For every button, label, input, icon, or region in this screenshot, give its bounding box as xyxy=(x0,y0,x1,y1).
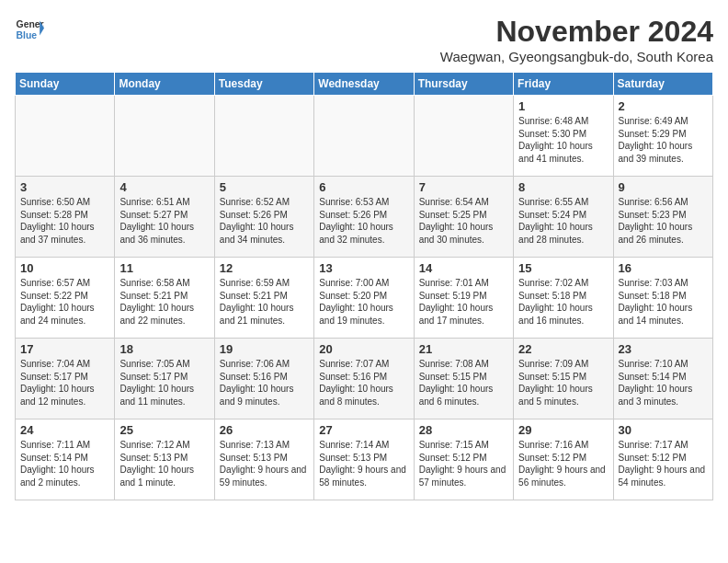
weekday-header-friday: Friday xyxy=(514,73,613,96)
day-info: Sunrise: 7:01 AM Sunset: 5:19 PM Dayligh… xyxy=(419,277,508,327)
calendar-cell: 1Sunrise: 6:48 AM Sunset: 5:30 PM Daylig… xyxy=(514,96,613,177)
day-info: Sunrise: 6:56 AM Sunset: 5:23 PM Dayligh… xyxy=(619,196,708,246)
calendar-cell xyxy=(214,96,313,177)
day-number: 23 xyxy=(619,342,708,356)
calendar-cell: 13Sunrise: 7:00 AM Sunset: 5:20 PM Dayli… xyxy=(314,258,414,339)
calendar-week-2: 3Sunrise: 6:50 AM Sunset: 5:28 PM Daylig… xyxy=(16,177,713,258)
day-info: Sunrise: 7:03 AM Sunset: 5:18 PM Dayligh… xyxy=(619,277,708,327)
day-info: Sunrise: 7:04 AM Sunset: 5:17 PM Dayligh… xyxy=(20,358,109,408)
day-number: 15 xyxy=(518,261,608,275)
day-info: Sunrise: 7:10 AM Sunset: 5:14 PM Dayligh… xyxy=(619,358,708,408)
day-number: 26 xyxy=(220,423,309,437)
calendar-cell: 24Sunrise: 7:11 AM Sunset: 5:14 PM Dayli… xyxy=(16,419,115,500)
day-number: 12 xyxy=(220,261,309,275)
calendar-cell xyxy=(115,96,214,177)
day-info: Sunrise: 7:11 AM Sunset: 5:14 PM Dayligh… xyxy=(20,439,109,488)
day-info: Sunrise: 6:58 AM Sunset: 5:21 PM Dayligh… xyxy=(119,277,209,327)
day-number: 6 xyxy=(319,180,408,194)
day-info: Sunrise: 6:59 AM Sunset: 5:21 PM Dayligh… xyxy=(220,277,309,327)
day-info: Sunrise: 6:54 AM Sunset: 5:25 PM Dayligh… xyxy=(419,196,508,246)
calendar-cell: 29Sunrise: 7:16 AM Sunset: 5:12 PM Dayli… xyxy=(514,419,613,500)
day-number: 22 xyxy=(518,342,608,356)
calendar-cell: 18Sunrise: 7:05 AM Sunset: 5:17 PM Dayli… xyxy=(115,339,214,419)
day-info: Sunrise: 7:13 AM Sunset: 5:13 PM Dayligh… xyxy=(220,439,309,488)
day-info: Sunrise: 6:57 AM Sunset: 5:22 PM Dayligh… xyxy=(20,277,109,327)
day-number: 27 xyxy=(319,423,408,437)
calendar-cell: 21Sunrise: 7:08 AM Sunset: 5:15 PM Dayli… xyxy=(414,339,513,419)
weekday-header-tuesday: Tuesday xyxy=(214,73,313,96)
calendar-cell: 7Sunrise: 6:54 AM Sunset: 5:25 PM Daylig… xyxy=(414,177,513,258)
calendar-cell: 30Sunrise: 7:17 AM Sunset: 5:12 PM Dayli… xyxy=(613,419,712,500)
day-number: 13 xyxy=(319,261,408,275)
weekday-header-sunday: Sunday xyxy=(16,73,115,96)
calendar-cell xyxy=(414,96,513,177)
calendar-cell: 3Sunrise: 6:50 AM Sunset: 5:28 PM Daylig… xyxy=(16,177,115,258)
calendar-cell: 19Sunrise: 7:06 AM Sunset: 5:16 PM Dayli… xyxy=(214,339,313,419)
day-info: Sunrise: 6:48 AM Sunset: 5:30 PM Dayligh… xyxy=(518,115,608,165)
calendar-cell: 6Sunrise: 6:53 AM Sunset: 5:26 PM Daylig… xyxy=(314,177,414,258)
day-number: 1 xyxy=(518,99,608,113)
day-number: 7 xyxy=(419,180,508,194)
day-info: Sunrise: 6:51 AM Sunset: 5:27 PM Dayligh… xyxy=(119,196,209,246)
day-number: 20 xyxy=(319,342,408,356)
logo-icon: General Blue xyxy=(15,15,44,44)
day-info: Sunrise: 6:53 AM Sunset: 5:26 PM Dayligh… xyxy=(319,196,408,246)
day-info: Sunrise: 6:55 AM Sunset: 5:24 PM Dayligh… xyxy=(518,196,608,246)
day-info: Sunrise: 7:06 AM Sunset: 5:16 PM Dayligh… xyxy=(220,358,309,408)
day-number: 25 xyxy=(119,423,209,437)
calendar-cell: 25Sunrise: 7:12 AM Sunset: 5:13 PM Dayli… xyxy=(115,419,214,500)
day-number: 2 xyxy=(619,99,708,113)
day-number: 8 xyxy=(518,180,608,194)
day-number: 24 xyxy=(20,423,109,437)
calendar-cell: 5Sunrise: 6:52 AM Sunset: 5:26 PM Daylig… xyxy=(214,177,313,258)
calendar-cell: 17Sunrise: 7:04 AM Sunset: 5:17 PM Dayli… xyxy=(16,339,115,419)
calendar-cell: 27Sunrise: 7:14 AM Sunset: 5:13 PM Dayli… xyxy=(314,419,414,500)
calendar-cell: 8Sunrise: 6:55 AM Sunset: 5:24 PM Daylig… xyxy=(514,177,613,258)
calendar-cell: 11Sunrise: 6:58 AM Sunset: 5:21 PM Dayli… xyxy=(115,258,214,339)
day-number: 17 xyxy=(20,342,109,356)
calendar-cell: 22Sunrise: 7:09 AM Sunset: 5:15 PM Dayli… xyxy=(514,339,613,419)
day-number: 30 xyxy=(619,423,708,437)
day-info: Sunrise: 7:17 AM Sunset: 5:12 PM Dayligh… xyxy=(619,439,708,488)
calendar-cell: 16Sunrise: 7:03 AM Sunset: 5:18 PM Dayli… xyxy=(613,258,712,339)
day-info: Sunrise: 7:07 AM Sunset: 5:16 PM Dayligh… xyxy=(319,358,408,408)
weekday-header-saturday: Saturday xyxy=(613,73,712,96)
calendar-cell xyxy=(16,96,115,177)
weekday-header-wednesday: Wednesday xyxy=(314,73,414,96)
day-info: Sunrise: 7:00 AM Sunset: 5:20 PM Dayligh… xyxy=(319,277,408,327)
day-info: Sunrise: 7:16 AM Sunset: 5:12 PM Dayligh… xyxy=(518,439,608,488)
day-number: 28 xyxy=(419,423,508,437)
day-number: 19 xyxy=(220,342,309,356)
day-number: 9 xyxy=(619,180,708,194)
day-info: Sunrise: 6:49 AM Sunset: 5:29 PM Dayligh… xyxy=(619,115,708,165)
weekday-header-thursday: Thursday xyxy=(414,73,513,96)
calendar-week-1: 1Sunrise: 6:48 AM Sunset: 5:30 PM Daylig… xyxy=(16,96,713,177)
calendar-table: SundayMondayTuesdayWednesdayThursdayFrid… xyxy=(15,72,713,500)
calendar-week-4: 17Sunrise: 7:04 AM Sunset: 5:17 PM Dayli… xyxy=(16,339,713,419)
day-info: Sunrise: 7:12 AM Sunset: 5:13 PM Dayligh… xyxy=(119,439,209,488)
logo: General Blue xyxy=(15,15,44,44)
day-number: 11 xyxy=(119,261,209,275)
day-number: 5 xyxy=(220,180,309,194)
weekday-header-monday: Monday xyxy=(115,73,214,96)
day-info: Sunrise: 7:14 AM Sunset: 5:13 PM Dayligh… xyxy=(319,439,408,488)
calendar-cell: 4Sunrise: 6:51 AM Sunset: 5:27 PM Daylig… xyxy=(115,177,214,258)
day-number: 29 xyxy=(518,423,608,437)
day-number: 10 xyxy=(20,261,109,275)
page-header: General Blue November 2024 Waegwan, Gyeo… xyxy=(15,15,713,64)
day-info: Sunrise: 6:50 AM Sunset: 5:28 PM Dayligh… xyxy=(20,196,109,246)
calendar-cell: 9Sunrise: 6:56 AM Sunset: 5:23 PM Daylig… xyxy=(613,177,712,258)
calendar-week-3: 10Sunrise: 6:57 AM Sunset: 5:22 PM Dayli… xyxy=(16,258,713,339)
calendar-cell: 23Sunrise: 7:10 AM Sunset: 5:14 PM Dayli… xyxy=(613,339,712,419)
calendar-cell: 2Sunrise: 6:49 AM Sunset: 5:29 PM Daylig… xyxy=(613,96,712,177)
day-number: 18 xyxy=(119,342,209,356)
day-number: 4 xyxy=(119,180,209,194)
day-info: Sunrise: 7:15 AM Sunset: 5:12 PM Dayligh… xyxy=(419,439,508,488)
day-number: 21 xyxy=(419,342,508,356)
calendar-cell: 14Sunrise: 7:01 AM Sunset: 5:19 PM Dayli… xyxy=(414,258,513,339)
day-info: Sunrise: 6:52 AM Sunset: 5:26 PM Dayligh… xyxy=(220,196,309,246)
day-info: Sunrise: 7:09 AM Sunset: 5:15 PM Dayligh… xyxy=(518,358,608,408)
day-info: Sunrise: 7:08 AM Sunset: 5:15 PM Dayligh… xyxy=(419,358,508,408)
month-title: November 2024 xyxy=(440,15,713,49)
day-info: Sunrise: 7:02 AM Sunset: 5:18 PM Dayligh… xyxy=(518,277,608,327)
